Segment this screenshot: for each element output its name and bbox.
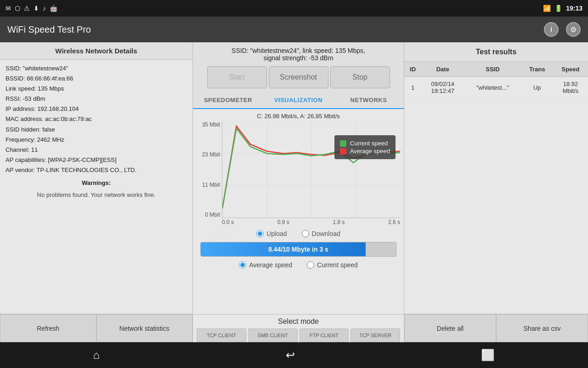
col-trans: Trans [521, 62, 554, 77]
upload-download-row: Upload Download [197, 227, 400, 240]
tab-networks[interactable]: NETWORKS [334, 92, 404, 108]
download-radio[interactable] [302, 230, 309, 237]
bssid-line: BSSID: 66:66:66:4f:ea:66 [6, 74, 187, 84]
smb-client-tab[interactable]: SMB CLIENT [248, 328, 298, 342]
chart-y-labels: 35 Mbit 23 Mbit 11 Mbit 0 Mbit [197, 121, 222, 218]
cur-speed-label[interactable]: Current speed [307, 261, 358, 269]
select-mode-title: Select mode [193, 314, 404, 328]
cur-speed-text: Current speed [317, 261, 358, 269]
legend-current: Current speed [340, 140, 390, 147]
settings-icon[interactable]: ⚙ [566, 22, 581, 37]
ssid-line: SSID: "whitetestnew24" [6, 63, 187, 74]
tab-visualization[interactable]: VISUALIZATION [263, 92, 334, 109]
screenshot-button[interactable]: Screenshot [269, 66, 328, 88]
col-speed: Speed [553, 62, 588, 77]
status-icons-right: 📶 🔋 19:13 [543, 5, 582, 12]
progress-bar-text: 8.44/10 Mbyte in 3 s [268, 246, 328, 253]
download-icon: ⬇ [34, 5, 39, 12]
ftp-client-tab[interactable]: FTP CLIENT [300, 328, 349, 342]
cur-speed-radio[interactable] [307, 261, 314, 269]
average-speed-label: Average speed [350, 148, 390, 155]
avg-speed-text: Average speed [249, 261, 292, 269]
ssid-header: SSID: "whitetestnew24", link speed: 135 … [193, 42, 404, 64]
mac-line: MAC address: ac:ac:0b:ac:79:ac [6, 114, 187, 124]
col-date: Date [421, 62, 464, 77]
table-row: 1 09/02/1419:12:47 "whitetest..." Up 18.… [404, 77, 588, 98]
legend-average: Average speed [340, 148, 390, 155]
upload-radio[interactable] [256, 230, 264, 237]
cell-id: 1 [404, 77, 421, 98]
results-table: ID Date SSID Trans Speed 1 09/02/1419:12… [404, 62, 588, 98]
channel-line: Channel: 11 [6, 145, 187, 155]
tab-speedometer[interactable]: SPEEDOMETER [193, 92, 263, 108]
average-speed-dot [340, 148, 346, 155]
center-panel: SSID: "whitetestnew24", link speed: 135 … [193, 42, 404, 342]
network-stats-button[interactable]: Network statistics [96, 314, 193, 342]
right-panel: Test results ID Date SSID Trans Speed 1 … [404, 42, 588, 342]
robot-icon: 🤖 [50, 5, 57, 12]
alert-icon: ⚠ [24, 5, 30, 12]
cell-trans: Up [521, 77, 554, 98]
start-button[interactable]: Start [207, 66, 267, 88]
chart-inner: Current speed Average speed [222, 121, 400, 218]
results-header-row: ID Date SSID Trans Speed [404, 62, 588, 77]
warnings-title: Warnings: [6, 178, 187, 188]
nav-recent-button[interactable]: ⬜ [463, 345, 513, 365]
left-panel: Wireless Network Details SSID: "whitetes… [0, 42, 193, 342]
chart-area: C: 26.98 Mbit/s, A: 26.85 Mbit/s 35 Mbit… [193, 109, 404, 314]
results-table-body: 1 09/02/1419:12:47 "whitetest..." Up 18.… [404, 77, 588, 98]
warnings-text: No problems found. Your network works fi… [6, 190, 187, 200]
cell-ssid: "whitetest..." [464, 77, 521, 98]
left-buttons: Refresh Network statistics [0, 314, 192, 342]
progress-bar-wrap: 8.44/10 Mbyte in 3 s [200, 242, 396, 257]
network-details: SSID: "whitetestnew24" BSSID: 66:66:66:4… [0, 60, 192, 314]
tcp-server-tab[interactable]: TCP SERVER [351, 328, 400, 342]
stop-button[interactable]: Stop [330, 66, 390, 88]
avg-speed-radio[interactable] [239, 261, 246, 269]
ap-vendor-line: AP vendor: TP-LINK TECHNOLOGIES CO., LTD… [6, 165, 187, 175]
left-panel-title: Wireless Network Details [0, 42, 192, 60]
share-csv-button[interactable]: Share as csv [496, 314, 588, 342]
status-bar: ✉ ⬡ ⚠ ⬇ ♪ 🤖 📶 🔋 19:13 [0, 0, 588, 17]
col-ssid: SSID [464, 62, 521, 77]
nav-back-button[interactable]: ↩ [267, 345, 313, 365]
current-speed-label: Current speed [350, 140, 388, 147]
app-title: WiFi Speed Test Pro [7, 24, 91, 35]
upload-label: Upload [266, 230, 287, 237]
chart-x-labels: 0.0 s 0.9 s 1.8 s 2.6 s [222, 218, 400, 227]
download-radio-label[interactable]: Download [302, 230, 340, 237]
chart-label: C: 26.98 Mbit/s, A: 26.85 Mbit/s [197, 111, 400, 121]
media-icon: ♪ [43, 5, 46, 12]
delete-all-button[interactable]: Delete all [404, 314, 496, 342]
tcp-client-tab[interactable]: TCP CLIENT [197, 328, 246, 342]
clock: 19:13 [566, 5, 582, 12]
upload-radio-label[interactable]: Upload [256, 230, 287, 237]
link-speed-line: Link speed: 135 Mbps [6, 84, 187, 94]
msg-icon: ✉ [6, 5, 11, 12]
refresh-button[interactable]: Refresh [0, 314, 96, 342]
results-table-head: ID Date SSID Trans Speed [404, 62, 588, 77]
chart-container: 35 Mbit 23 Mbit 11 Mbit 0 Mbit [197, 121, 400, 227]
right-buttons: Delete all Share as csv [404, 314, 588, 342]
speed-radio-row: Average speed Current speed [197, 259, 400, 271]
results-title: Test results [404, 42, 588, 62]
app-bar: WiFi Speed Test Pro i ⚙ [0, 17, 588, 42]
status-icons-left: ✉ ⬡ ⚠ ⬇ ♪ 🤖 [6, 5, 57, 12]
avg-speed-label[interactable]: Average speed [239, 261, 292, 269]
rssi-line: RSSI: -53 dBm [6, 94, 187, 104]
info-icon[interactable]: i [544, 22, 559, 37]
ip-line: IP address: 192.168.20.104 [6, 104, 187, 114]
chart-legend: Current speed Average speed [334, 135, 396, 159]
bluetooth-icon: ⬡ [15, 5, 20, 12]
control-buttons: Start Screenshot Stop [193, 64, 404, 92]
mode-tabs-row: TCP CLIENT SMB CLIENT FTP CLIENT TCP SER… [193, 328, 404, 342]
cell-date: 09/02/1419:12:47 [421, 77, 464, 98]
app-bar-icons: i ⚙ [544, 22, 581, 37]
tab-bar: SPEEDOMETER VISUALIZATION NETWORKS [193, 92, 404, 109]
current-speed-dot [340, 140, 346, 147]
download-label: Download [312, 230, 340, 237]
nav-bar: ⌂ ↩ ⬜ [0, 342, 588, 368]
nav-home-button[interactable]: ⌂ [75, 345, 119, 365]
wifi-icon: 📶 [543, 5, 551, 12]
ssid-hidden-line: SSID hidden: false [6, 125, 187, 135]
